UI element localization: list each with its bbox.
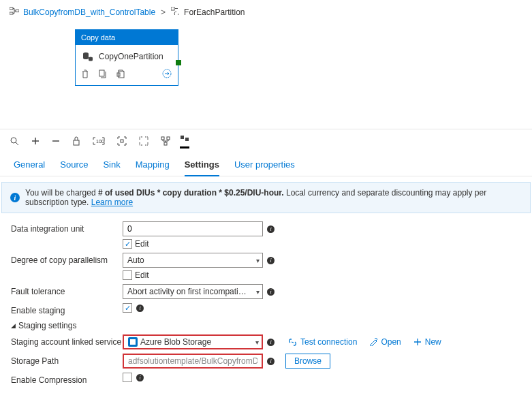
info-icon[interactable]: i [267,288,275,296]
blob-storage-icon [128,337,138,347]
plus-icon [413,338,422,346]
parallelism-value: Auto [127,255,144,265]
enable-staging-checkbox[interactable]: ✓ [123,303,132,313]
enable-compression-label: Enable Compression [11,373,123,385]
edit-label: Edit [135,239,149,249]
chevron-down-icon: ▾ [256,288,260,296]
copy-icon[interactable] [116,69,125,80]
linked-service-label: Staging account linked service [11,334,123,347]
database-icon [82,52,93,61]
align-icon[interactable] [180,135,189,149]
pipeline-canvas[interactable]: Copy data CopyOnePartition [0,22,532,125]
tab-settings[interactable]: Settings [185,157,219,176]
info-icon: i [10,193,20,202]
info-icon[interactable]: i [267,225,275,233]
browse-button[interactable]: Browse [285,354,330,369]
success-output-handle[interactable] [176,60,181,65]
diu-input[interactable] [123,221,263,236]
svg-rect-6 [99,70,104,76]
new-link[interactable]: New [413,337,441,347]
info-icon[interactable]: i [267,358,275,365]
svg-text:100%: 100% [96,139,105,144]
info-text-prefix: You will be charged [25,188,98,198]
info-icon[interactable]: i [136,374,144,381]
fault-tolerance-select[interactable]: Abort activity on first incompatible row… [123,284,263,299]
svg-rect-7 [119,72,124,78]
svg-rect-17 [181,136,184,139]
delete-icon[interactable] [81,69,89,80]
svg-rect-3 [171,7,174,10]
breadcrumb-separator: > [159,7,167,17]
activity-type-label: Copy data [76,30,178,45]
tab-general[interactable]: General [14,157,45,176]
chevron-down-icon: ▾ [256,257,260,264]
breadcrumb: BulkCopyfromDB_with_ControlTable > ForEa… [0,0,532,22]
fault-tolerance-value: Abort activity on first incompatible row [127,287,250,296]
svg-rect-16 [164,142,167,145]
enable-compression-checkbox[interactable] [123,373,132,382]
staging-settings-label: Staging settings [18,321,76,330]
diu-label: Data integration unit [11,221,123,234]
info-icon[interactable]: i [267,339,275,346]
collapse-triangle-icon: ◢ [11,322,16,329]
activity-tabs: General Source Sink Mapping Settings Use… [0,153,532,176]
breadcrumb-parent-link[interactable]: BulkCopyfromDB_with_ControlTable [23,7,155,17]
pricing-info-bar: i You will be charged # of used DIUs * c… [1,182,531,213]
svg-rect-11 [74,140,79,145]
search-icon[interactable] [10,136,19,148]
linked-service-value: Azure Blob Storage [140,337,211,347]
svg-rect-2 [16,10,19,12]
svg-rect-1 [10,12,13,14]
foreach-icon [171,7,180,17]
svg-rect-18 [185,138,189,141]
tab-mapping[interactable]: Mapping [136,157,170,176]
staging-settings-toggle[interactable]: ◢ Staging settings [11,321,521,330]
diu-edit-checkbox[interactable]: ✓ [123,239,132,249]
parallelism-select[interactable]: Auto ▾ [123,253,263,268]
add-output-icon[interactable] [161,68,172,81]
tab-source[interactable]: Source [60,157,88,176]
svg-rect-13 [121,140,123,142]
info-icon[interactable]: i [136,304,144,312]
fit-screen-icon[interactable] [117,136,127,148]
linked-service-select[interactable]: Azure Blob Storage ▾ [123,334,263,349]
enable-staging-label: Enable staging [11,303,123,315]
storage-path-input[interactable] [123,354,263,369]
settings-form: Data integration unit i ✓ Edit Degree of… [0,221,532,385]
svg-rect-0 [10,7,13,10]
tab-sink[interactable]: Sink [103,157,120,176]
zoom-out-icon[interactable] [52,137,60,147]
layout-icon[interactable] [161,136,170,148]
pipeline-icon [10,7,19,17]
chevron-down-icon: ▾ [255,339,259,346]
learn-more-link[interactable]: Learn more [91,198,133,207]
activity-name: CopyOnePartition [99,52,163,61]
info-text-bold: # of used DIUs * copy duration * $0.25/D… [98,188,284,198]
pencil-icon [369,338,377,346]
zoom-in-icon[interactable] [31,137,40,147]
svg-rect-14 [161,137,164,140]
tab-user-properties[interactable]: User properties [234,157,295,176]
clone-icon[interactable] [99,69,107,80]
storage-path-label: Storage Path [11,354,123,366]
fault-tolerance-label: Fault tolerance [11,284,123,296]
copy-activity-card[interactable]: Copy data CopyOnePartition [75,29,178,86]
fit-zoom-icon[interactable]: 100% [93,137,105,147]
lock-icon[interactable] [72,136,80,148]
test-connection-icon [288,338,297,347]
edit-label: Edit [135,270,149,280]
parallelism-label: Degree of copy parallelism [11,253,123,265]
parallelism-edit-checkbox[interactable] [123,270,132,280]
open-link[interactable]: Open [369,337,401,347]
canvas-toolbar: 100% [0,129,532,153]
svg-point-10 [11,138,16,143]
svg-rect-15 [167,137,170,140]
fullscreen-icon[interactable] [139,136,148,148]
test-connection-link[interactable]: Test connection [288,337,357,347]
breadcrumb-current: ForEachPartition [184,7,245,17]
info-icon[interactable]: i [267,257,275,264]
